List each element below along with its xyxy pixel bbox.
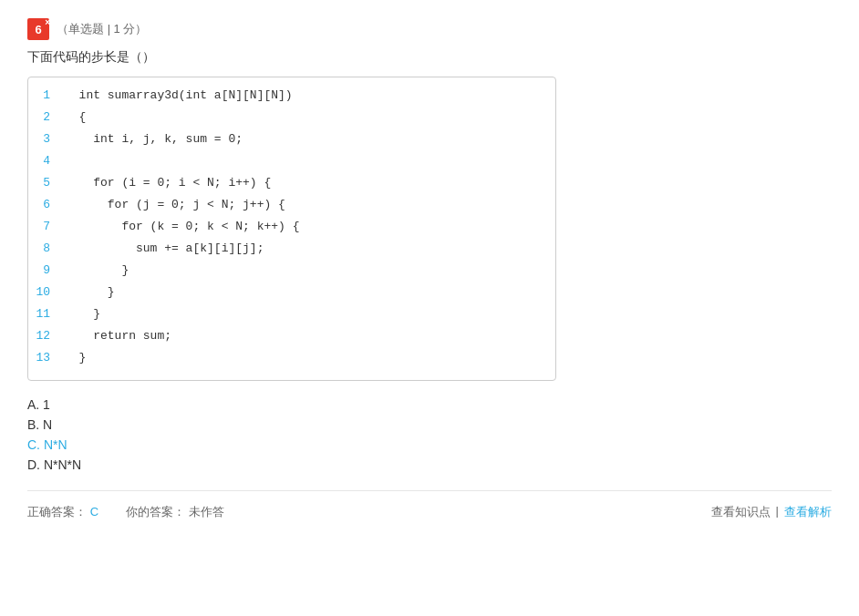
line-number: 10 (28, 285, 65, 299)
code-line: 2 { (28, 108, 555, 130)
question-title-text: 下面代码的步长是（） (27, 49, 155, 64)
line-number: 11 (28, 307, 65, 321)
line-code: } (65, 263, 129, 277)
code-line: 9 } (28, 262, 555, 283)
line-code: int sumarray3d(int a[N][N][N]) (65, 88, 293, 102)
line-number: 3 (28, 132, 65, 146)
code-line: 6 for (j = 0; j < N; j++) { (28, 196, 555, 218)
line-number: 13 (28, 351, 65, 364)
line-code: } (65, 285, 115, 299)
answer-right: 查看知识点 | 查看解析 (711, 504, 832, 520)
correct-answer-value: C (90, 505, 98, 518)
knowledge-link[interactable]: 查看知识点 (711, 504, 771, 520)
code-line: 13 } (28, 349, 555, 371)
line-code: for (j = 0; j < N; j++) { (65, 198, 285, 211)
line-number: 9 (28, 263, 65, 277)
option-item-d[interactable]: D. N*N*N (27, 457, 832, 472)
line-number: 5 (28, 176, 65, 190)
code-line: 4 (28, 152, 555, 174)
line-code: for (i = 0; i < N; i++) { (65, 176, 271, 190)
correct-answer-label: 正确答案： (27, 505, 87, 518)
question-number-badge: 6 (27, 18, 49, 40)
line-code: return sum; (65, 329, 171, 343)
code-line: 3 int i, j, k, sum = 0; (28, 130, 555, 152)
analysis-link[interactable]: 查看解析 (784, 504, 832, 520)
answer-row: 正确答案： C 你的答案： 未作答 查看知识点 | 查看解析 (27, 504, 832, 520)
line-code: int i, j, k, sum = 0; (65, 132, 243, 146)
line-number: 8 (28, 241, 65, 255)
option-item-a[interactable]: A. 1 (27, 397, 832, 412)
line-number: 7 (28, 220, 65, 233)
line-code: { (65, 110, 86, 124)
line-number: 6 (28, 198, 65, 211)
line-code: } (65, 351, 86, 364)
question-number: 6 (35, 23, 41, 36)
code-line: 12 return sum; (28, 327, 555, 349)
option-item-b[interactable]: B. N (27, 417, 832, 432)
question-score: | 1 分） (108, 22, 148, 36)
line-number: 12 (28, 329, 65, 343)
link-separator: | (776, 504, 779, 520)
question-container: 6 （单选题 | 1 分） 下面代码的步长是（） 1 int sumarray3… (27, 18, 832, 520)
code-line: 8 sum += a[k][i][j]; (28, 240, 555, 262)
code-line: 5 for (i = 0; i < N; i++) { (28, 174, 555, 196)
user-answer-label: 你的答案： (126, 505, 185, 518)
line-number: 4 (28, 154, 65, 168)
line-number: 2 (28, 110, 65, 124)
code-line: 10 } (28, 283, 555, 305)
user-answer-value: 未作答 (189, 505, 224, 518)
divider (27, 490, 832, 491)
question-title: 下面代码的步长是（） (27, 49, 832, 66)
question-type: （单选题 (57, 22, 104, 36)
answer-left: 正确答案： C 你的答案： 未作答 (27, 504, 224, 520)
line-number: 1 (28, 88, 65, 102)
code-block: 1 int sumarray3d(int a[N][N][N])2 {3 int… (27, 77, 556, 381)
code-line: 11 } (28, 305, 555, 327)
option-item-c[interactable]: C. N*N (27, 437, 832, 452)
code-line: 7 for (k = 0; k < N; k++) { (28, 218, 555, 240)
line-code: for (k = 0; k < N; k++) { (65, 220, 299, 233)
options-list: A. 1B. NC. N*ND. N*N*N (27, 397, 832, 472)
line-code: } (65, 307, 100, 321)
code-line: 1 int sumarray3d(int a[N][N][N]) (28, 87, 555, 108)
question-header: 6 （单选题 | 1 分） (27, 18, 832, 40)
line-code: sum += a[k][i][j]; (65, 241, 264, 255)
correct-answer-section: 正确答案： C (27, 504, 98, 520)
question-meta: （单选题 | 1 分） (57, 21, 147, 37)
user-answer-section: 你的答案： 未作答 (126, 504, 224, 520)
